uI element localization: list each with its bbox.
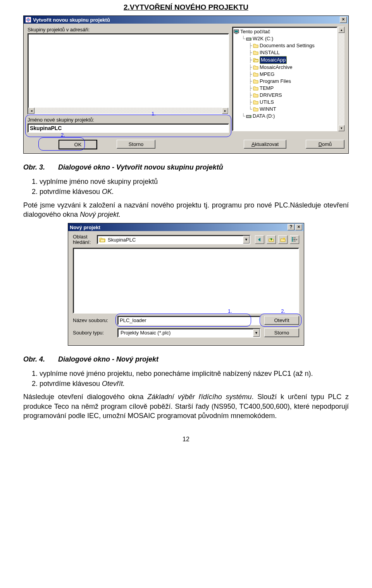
view-menu-button[interactable]	[290, 235, 299, 244]
svg-rect-11	[293, 238, 296, 238]
folder-icon	[253, 86, 258, 91]
step-item: potvrdíme klávesou OK.	[40, 187, 349, 196]
scroll-right-button[interactable]: ▸	[222, 108, 228, 114]
figure-dialog-new-project: Nový projekt ? × Oblast hledání: Skupina…	[23, 223, 349, 346]
lookin-label: Oblast hledání:	[73, 234, 95, 245]
svg-rect-2	[235, 31, 238, 32]
close-button[interactable]: ×	[295, 224, 302, 230]
folder-icon	[253, 99, 258, 105]
tree-item-selected-label: MosaicApp	[260, 56, 287, 64]
annotation-2: 2.	[61, 132, 65, 138]
tree-item-label: INSTALL	[260, 49, 280, 56]
refresh-button[interactable]: Aktualizovat	[244, 140, 286, 149]
scroll-track[interactable]	[338, 33, 344, 125]
chevron-down-icon[interactable]: ▼	[243, 236, 250, 243]
project-groups-listbox[interactable]: ◂ ▸	[28, 33, 229, 115]
caption-label: Obr. 3.	[23, 163, 45, 171]
close-button[interactable]: ×	[340, 17, 347, 23]
cancel-button[interactable]: Storno	[264, 328, 299, 337]
tree-drive-d-label: DATA (D:)	[253, 113, 275, 120]
tree-item-label: WINNT	[260, 106, 276, 113]
chevron-down-icon[interactable]: ▼	[253, 329, 260, 337]
drive-icon	[246, 36, 251, 41]
tree-drive-c-label: W2K (C:)	[253, 35, 273, 42]
up-one-level-button[interactable]	[267, 235, 276, 244]
caption-text: Dialogové okno - Nový projekt	[58, 355, 158, 363]
horizontal-scrollbar[interactable]: ◂ ▸	[28, 108, 228, 114]
page-number: 12	[23, 436, 349, 443]
svg-rect-8	[292, 237, 293, 238]
svg-rect-3	[235, 33, 238, 34]
svg-rect-9	[292, 239, 293, 240]
section-heading: 2.VYTVOŘENÍ NOVÉHO PROJEKTU	[23, 3, 349, 12]
filename-input[interactable]	[117, 316, 260, 325]
folder-open-icon	[253, 57, 258, 63]
left-listbox-label: Skupiny projektů v adresáři:	[28, 27, 229, 33]
lookin-value: SkupinaPLC	[107, 237, 243, 243]
steps-fig4: vyplníme nové jméno projektu, nebo ponec…	[32, 369, 349, 389]
folder-icon	[253, 106, 258, 112]
cancel-button[interactable]: Storno	[117, 140, 155, 149]
paragraph-1: Poté jsme vyzváni k založení a nazvání n…	[23, 201, 349, 219]
folder-icon	[253, 72, 258, 77]
svg-rect-13	[293, 241, 296, 241]
folder-tree[interactable]: Tento počítač └ W2K (C:) ├Documents and …	[232, 27, 338, 131]
tree-item-label: DRIVERS	[260, 92, 282, 99]
group-name-input[interactable]	[28, 123, 229, 133]
figure-4-caption: Obr. 4. Dialogové okno - Nový projekt	[23, 355, 349, 363]
tree-item-label: Documents and Settings	[260, 42, 315, 49]
vertical-scrollbar[interactable]: ▴ ▾	[338, 27, 344, 131]
scroll-track[interactable]	[34, 108, 222, 114]
step-item: potvrdíme klávesou Otevřít.	[40, 379, 349, 388]
home-button[interactable]: Domů	[306, 140, 344, 149]
filename-label: Název souboru:	[73, 317, 114, 323]
step-item: vyplníme jméno nové skupiny projektů	[40, 177, 349, 186]
filetype-label: Soubory typu:	[73, 330, 114, 336]
dialog-title: Vytvořit novou skupinu projektů	[33, 17, 339, 23]
annotation-1: 1.	[152, 111, 156, 117]
figure-dialog-create-group: Vytvořit novou skupinu projektů × Skupin…	[23, 15, 349, 154]
tree-item-label: UTILS	[260, 99, 274, 106]
caption-text: Dialogové okno - Vytvořit novou skupinu …	[58, 163, 223, 171]
caption-label: Obr. 4.	[23, 355, 45, 363]
step-item: vyplníme nové jméno projektu, nebo ponec…	[40, 369, 349, 378]
group-name-label: Jméno nové skupiny projektů:	[28, 117, 229, 123]
scroll-up-button[interactable]: ▴	[338, 27, 344, 33]
figure-3-caption: Obr. 3. Dialogové okno - Vytvořit novou …	[23, 163, 349, 171]
titlebar: Nový projekt ? ×	[68, 223, 304, 231]
folder-icon	[253, 65, 258, 70]
file-list[interactable]	[73, 248, 299, 314]
paragraph-2: Následuje otevření dialogového okna Zákl…	[23, 392, 349, 420]
app-icon	[25, 17, 31, 23]
tree-item-label: TEMP	[260, 85, 274, 92]
ok-button[interactable]: OK	[59, 140, 97, 149]
scroll-left-button[interactable]: ◂	[28, 108, 34, 114]
filetype-value: Projekty Mosaic (*.plc)	[118, 330, 253, 336]
tree-root-label: Tento počítač	[240, 28, 270, 35]
drive-icon	[246, 113, 251, 119]
steps-fig3: vyplníme jméno nové skupiny projektů pot…	[32, 177, 349, 197]
dialog-create-group: Vytvořit novou skupinu projektů × Skupin…	[23, 15, 349, 154]
folder-icon	[253, 43, 258, 48]
svg-rect-12	[293, 239, 296, 240]
back-button[interactable]	[255, 235, 264, 244]
svg-point-5	[250, 39, 251, 39]
lookin-combo[interactable]: SkupinaPLC ▼	[97, 235, 250, 244]
dialog-new-project: Nový projekt ? × Oblast hledání: Skupina…	[68, 223, 304, 346]
help-button[interactable]: ?	[288, 224, 294, 230]
folder-icon	[253, 50, 258, 55]
new-folder-button[interactable]	[278, 235, 288, 244]
filetype-combo[interactable]: Projekty Mosaic (*.plc) ▼	[117, 328, 260, 338]
open-button[interactable]: Otevřít	[264, 316, 299, 325]
computer-icon	[234, 29, 239, 34]
folder-icon	[253, 79, 258, 84]
svg-rect-10	[292, 240, 293, 242]
scroll-down-button[interactable]: ▾	[338, 125, 344, 131]
annotation-1: 1.	[228, 308, 232, 314]
folder-open-icon	[99, 237, 105, 243]
svg-point-7	[250, 116, 251, 117]
tree-item-label: MosaicArchive	[260, 64, 293, 71]
tree-item-label: MPEG	[260, 71, 274, 78]
tree-item-label: Program Files	[260, 78, 291, 85]
titlebar: Vytvořit novou skupinu projektů ×	[24, 16, 348, 24]
